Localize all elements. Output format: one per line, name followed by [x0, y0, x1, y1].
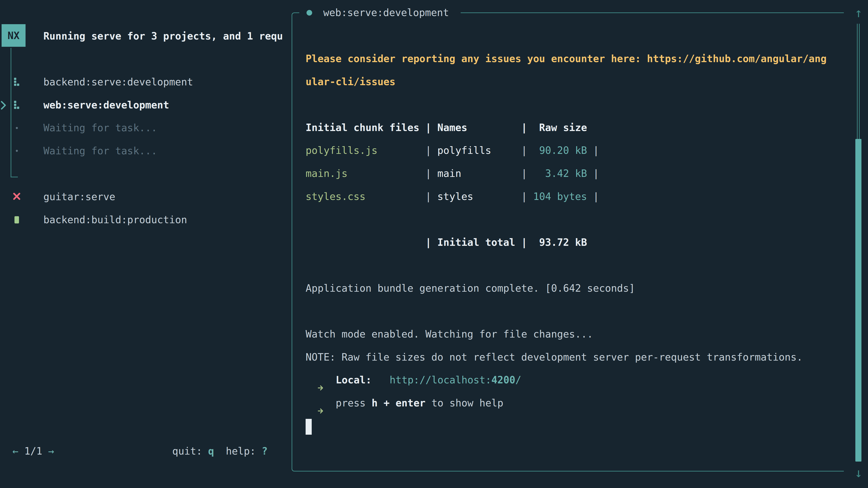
- scroll-down-icon[interactable]: ↓: [850, 462, 867, 483]
- help-key: ?: [261, 445, 268, 457]
- panel-line: Initial chunk files | Names | Raw size: [306, 116, 587, 139]
- task-row-waiting-for-task-[interactable]: Waiting for task...: [0, 139, 291, 162]
- emphasis-text: h + enter: [372, 397, 426, 409]
- output-text: press: [336, 397, 372, 409]
- table-header-text: | Initial total | 93.72 kB: [306, 236, 587, 248]
- task-row-guitar-serve[interactable]: guitar:serve: [0, 185, 291, 208]
- quit-key: q: [208, 445, 214, 457]
- table-separator: |: [587, 144, 599, 156]
- panel-line: styles.css | styles | 104 bytes |: [306, 185, 599, 208]
- task-tree-line-foot: [11, 177, 18, 177]
- pager-next-icon[interactable]: →: [48, 445, 54, 457]
- chunk-name: main: [437, 168, 515, 179]
- chunk-raw-size: 104 bytes: [533, 191, 587, 202]
- warning-text: ular-cli/issues: [306, 76, 395, 88]
- task-status-slot: [11, 116, 22, 139]
- spinner-icon: [14, 101, 20, 109]
- output-text: [366, 191, 426, 202]
- local-url-link[interactable]: http://localhost:: [390, 374, 491, 386]
- nx-logo: NX: [2, 24, 26, 47]
- pager: ← 1/1 →: [12, 440, 54, 462]
- table-separator: |: [515, 191, 533, 202]
- output-text: [306, 374, 318, 386]
- table-separator: |: [426, 168, 437, 179]
- local-url-link[interactable]: /: [515, 374, 522, 386]
- warning-text: Please consider reporting any issues you…: [306, 53, 827, 64]
- panel-line: ular-cli/issues: [306, 70, 395, 93]
- arrow-right-icon: [318, 377, 324, 384]
- task-label: Waiting for task...: [43, 116, 157, 139]
- panel-line: [306, 415, 312, 437]
- table-header-text: Initial chunk files | Names | Raw size: [306, 122, 587, 133]
- table-separator: |: [587, 191, 599, 202]
- wait-dot-icon: [16, 127, 18, 129]
- task-status-slot: [11, 208, 22, 231]
- scrollbar-track[interactable]: [857, 24, 860, 139]
- wait-dot-icon: [16, 150, 18, 152]
- panel-line: NOTE: Raw file sizes do not reflect deve…: [306, 346, 803, 369]
- caret-icon: [0, 101, 6, 109]
- chunk-raw-size: 90.20 kB: [533, 144, 587, 156]
- nx-tui-screen: NX Running serve for 3 projects, and 1 r…: [0, 0, 868, 488]
- table-separator: |: [515, 144, 533, 156]
- task-status-slot: [11, 70, 22, 94]
- output-text: [306, 397, 318, 409]
- emphasis-text: Local:: [336, 374, 372, 386]
- scroll-up-icon[interactable]: ↑: [850, 2, 867, 23]
- local-url-port[interactable]: 4200: [491, 374, 515, 386]
- table-separator: |: [426, 191, 437, 202]
- spinner-icon: [14, 78, 20, 86]
- terminal-cursor: [306, 419, 312, 435]
- scrollbar-thumb[interactable]: [855, 139, 862, 462]
- output-text: NOTE: Raw file sizes do not reflect deve…: [306, 351, 803, 363]
- chunk-name: polyfills: [437, 144, 515, 156]
- output-text: [347, 168, 425, 179]
- task-row-web-serve-development[interactable]: web:serve:development: [0, 94, 291, 117]
- help-hint-label: help:: [226, 445, 256, 457]
- table-separator: |: [515, 168, 533, 179]
- square-icon: [14, 216, 19, 223]
- output-text: Application bundle generation complete. …: [306, 283, 635, 294]
- output-text: [372, 374, 390, 386]
- task-row-backend-build-production[interactable]: backend:build:production: [0, 208, 291, 231]
- task-status-slot: [11, 185, 22, 208]
- task-row-waiting-for-task-[interactable]: Waiting for task...: [0, 116, 291, 139]
- panel-line: Please consider reporting any issues you…: [306, 47, 827, 70]
- task-status-bullet-icon: [307, 10, 312, 15]
- output-text: to show help: [426, 397, 503, 409]
- pager-prev-icon[interactable]: ←: [12, 445, 19, 457]
- chunk-file-name: main.js: [306, 168, 347, 179]
- quit-hint-label: quit:: [172, 445, 202, 457]
- task-label: backend:build:production: [43, 208, 187, 231]
- output-text: [377, 144, 426, 156]
- output-text: Watch mode enabled. Watching for file ch…: [306, 328, 593, 340]
- panel-line: Local: http://localhost:4200/: [306, 368, 521, 392]
- pager-label: 1/1: [24, 445, 42, 457]
- panel-line: Watch mode enabled. Watching for file ch…: [306, 323, 593, 346]
- task-label: web:serve:development: [43, 94, 169, 117]
- task-status-slot: [11, 139, 22, 162]
- sidebar-header-title: Running serve for 3 projects, and 1 requ: [43, 25, 290, 48]
- output-text: [324, 397, 336, 409]
- panel-line: main.js | main | 3.42 kB |: [306, 162, 599, 185]
- table-separator: |: [426, 144, 437, 156]
- chunk-raw-size: 3.42 kB: [533, 168, 587, 179]
- panel-line: Application bundle generation complete. …: [306, 277, 635, 300]
- task-label: guitar:serve: [43, 185, 115, 208]
- panel-line: press h + enter to show help: [306, 392, 503, 415]
- task-label: backend:serve:development: [43, 70, 193, 94]
- output-text: [324, 374, 336, 386]
- chunk-file-name: polyfills.js: [306, 144, 377, 156]
- task-row-backend-serve-development[interactable]: backend:serve:development: [0, 70, 291, 94]
- task-label: Waiting for task...: [43, 139, 157, 162]
- task-status-slot: [11, 94, 22, 117]
- keyboard-hints: quit: q help: ?: [172, 440, 268, 462]
- panel-line: polyfills.js | polyfills | 90.20 kB |: [306, 139, 599, 162]
- chunk-file-name: styles.css: [306, 191, 366, 202]
- chunk-name: styles: [437, 191, 515, 202]
- panel-line: | Initial total | 93.72 kB: [306, 231, 587, 254]
- table-separator: |: [587, 168, 599, 179]
- x-icon: [13, 191, 21, 203]
- arrow-right-icon: [318, 400, 324, 407]
- panel-title: web:serve:development: [323, 2, 449, 24]
